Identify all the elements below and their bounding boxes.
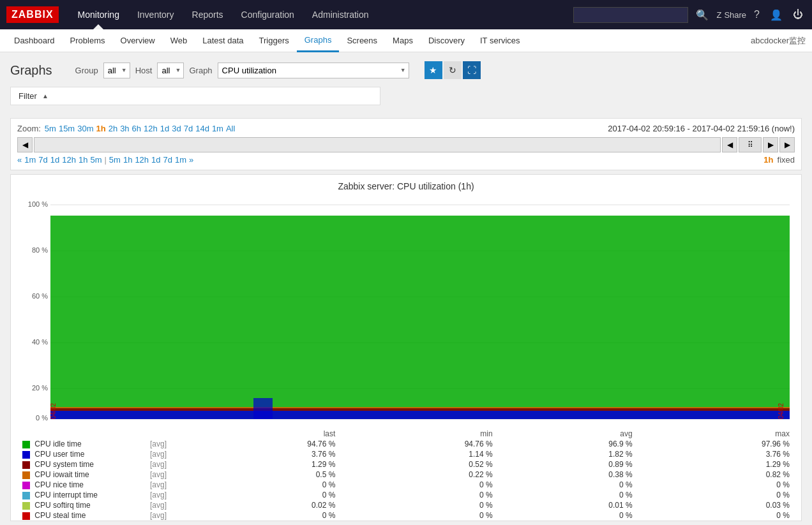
zoom-2h[interactable]: 2h <box>109 124 117 133</box>
svg-text:60 %: 60 % <box>32 292 48 300</box>
legend-min: 1.14 % <box>340 449 497 459</box>
period-5m-fwd[interactable]: 5m <box>109 155 121 165</box>
search-input[interactable] <box>573 7 688 23</box>
nav-prev-small[interactable]: ◀ <box>722 137 737 152</box>
nav-administration[interactable]: Administration <box>303 0 378 29</box>
toolbar-icons: ★ ↻ ⛶ <box>425 61 481 79</box>
legend-row: CPU interrupt time [avg] 0 % 0 % 0 % 0 % <box>17 490 795 500</box>
zoom-5m[interactable]: 5m <box>45 124 56 133</box>
legend-row: CPU steal time [avg] 0 % 0 % 0 % 0 % <box>17 510 795 521</box>
page-header: Graphs Group all Host all Graph CPU util… <box>10 61 802 79</box>
period-1h-fwd[interactable]: 1h <box>123 155 132 165</box>
nav-inventory[interactable]: Inventory <box>128 0 183 29</box>
period-1d-fwd[interactable]: 1d <box>151 155 160 165</box>
zoom-links: 5m 15m 30m 1h 2h 3h 6h 12h 1d 3d 7d 14d … <box>45 124 236 133</box>
legend-last: 0.02 % <box>183 500 340 510</box>
legend-header-max: max <box>638 429 795 439</box>
nav-overview[interactable]: Overview <box>113 29 163 52</box>
nav-screens[interactable]: Screens <box>339 29 385 52</box>
zoom-3h[interactable]: 3h <box>120 124 129 133</box>
refresh-button[interactable]: ↻ <box>444 61 462 79</box>
nav-it-services[interactable]: IT services <box>472 29 528 52</box>
legend-max: 1.29 % <box>638 459 795 470</box>
period-1h-back[interactable]: 1h <box>79 155 87 165</box>
logo-text[interactable]: ZABBIX <box>6 6 59 23</box>
star-button[interactable]: ★ <box>425 61 442 79</box>
nav-next-small[interactable]: ▶ <box>763 137 778 152</box>
legend-tag: [avg] <box>145 459 183 470</box>
period-7d-back[interactable]: 7d <box>38 155 47 165</box>
legend-avg: 0.89 % <box>498 459 638 470</box>
nav-web[interactable]: Web <box>163 29 195 52</box>
period-active: 1h <box>763 155 773 165</box>
zoom-14d[interactable]: 14d <box>195 124 209 133</box>
svg-marker-12 <box>50 216 790 419</box>
nav-reports[interactable]: Reports <box>183 0 232 29</box>
graph-label: Graph <box>189 66 212 75</box>
nav-discovery[interactable]: Discovery <box>421 29 472 52</box>
legend-tag: [avg] <box>145 480 183 490</box>
zoom-3d[interactable]: 3d <box>172 124 181 133</box>
legend-header-avg: avg <box>498 429 638 439</box>
zoom-label: Zoom: <box>17 124 41 133</box>
legend-table: last min avg max CPU idle time [avg] 94.… <box>17 429 795 521</box>
period-7d-fwd[interactable]: 7d <box>163 155 172 165</box>
period-fwd-all[interactable]: » <box>189 155 193 165</box>
nav-triggers[interactable]: Triggers <box>252 29 297 52</box>
legend-min: 0 % <box>340 480 497 490</box>
period-12h-fwd[interactable]: 12h <box>135 155 149 165</box>
group-select[interactable]: all <box>103 63 130 78</box>
zoom-12h[interactable]: 12h <box>144 124 158 133</box>
zoom-1m[interactable]: 1m <box>212 124 223 133</box>
nav-monitoring[interactable]: Monitoring <box>69 0 128 29</box>
legend-row: CPU iowait time [avg] 0.5 % 0.22 % 0.38 … <box>17 470 795 480</box>
period-back-all[interactable]: « <box>17 155 22 165</box>
fullscreen-button[interactable]: ⛶ <box>463 61 481 79</box>
legend-avg: 0 % <box>498 510 638 521</box>
legend-name: CPU nice time <box>17 480 145 490</box>
svg-text:80 %: 80 % <box>32 246 48 254</box>
legend-max: 0.03 % <box>638 500 795 510</box>
search-icon[interactable]: 🔍 <box>693 6 711 24</box>
nav-bar[interactable] <box>34 137 721 152</box>
user-icon[interactable]: 👤 <box>767 6 785 24</box>
zoom-6h[interactable]: 6h <box>132 124 141 133</box>
nav-prev-button[interactable]: ◀ <box>17 137 33 152</box>
filter-bar[interactable]: Filter ▲ <box>10 87 380 105</box>
graph-select[interactable]: CPU utilization <box>218 63 409 78</box>
main-content: Graphs Group all Host all Graph CPU util… <box>0 52 812 525</box>
zoom-15m[interactable]: 15m <box>59 124 75 133</box>
time-range: 2017-04-02 20:59:16 - 2017-04-02 21:59:1… <box>608 124 795 133</box>
legend-tag: [avg] <box>145 439 183 449</box>
nav-graphs[interactable]: Graphs <box>297 29 340 52</box>
zoom-1h[interactable]: 1h <box>96 124 106 133</box>
power-icon[interactable]: ⏻ <box>790 6 806 23</box>
period-1m-back[interactable]: 1m <box>24 155 36 165</box>
nav-configuration[interactable]: Configuration <box>232 0 303 29</box>
zoom-30m[interactable]: 30m <box>77 124 93 133</box>
svg-text:04/02: 04/02 <box>50 403 57 419</box>
nav-next-button[interactable]: ▶ <box>779 137 795 152</box>
legend-tag: [avg] <box>145 470 183 480</box>
zoom-1d[interactable]: 1d <box>160 124 169 133</box>
host-select[interactable]: all <box>157 63 184 78</box>
period-5m-back[interactable]: 5m <box>90 155 102 165</box>
help-icon[interactable]: ? <box>751 6 762 23</box>
svg-text:40 %: 40 % <box>32 338 48 346</box>
period-1d-back[interactable]: 1d <box>50 155 59 165</box>
period-12h-back[interactable]: 12h <box>62 155 76 165</box>
host-select-wrapper: all <box>157 63 184 78</box>
legend-last: 0.5 % <box>183 470 340 480</box>
period-1m-fwd[interactable]: 1m <box>175 155 186 165</box>
legend-color-box <box>22 502 30 510</box>
nav-dashboard[interactable]: Dashboard <box>6 29 63 52</box>
zoom-all[interactable]: All <box>226 124 235 133</box>
nav-dots[interactable]: ⠿ <box>739 137 762 152</box>
nav-problems[interactable]: Problems <box>63 29 113 52</box>
zoom-7d[interactable]: 7d <box>184 124 193 133</box>
share-button[interactable]: Z Share <box>716 10 746 20</box>
nav-maps[interactable]: Maps <box>385 29 421 52</box>
legend-min: 0 % <box>340 510 497 521</box>
period-fixed: fixed <box>778 155 795 165</box>
nav-latest-data[interactable]: Latest data <box>195 29 251 52</box>
